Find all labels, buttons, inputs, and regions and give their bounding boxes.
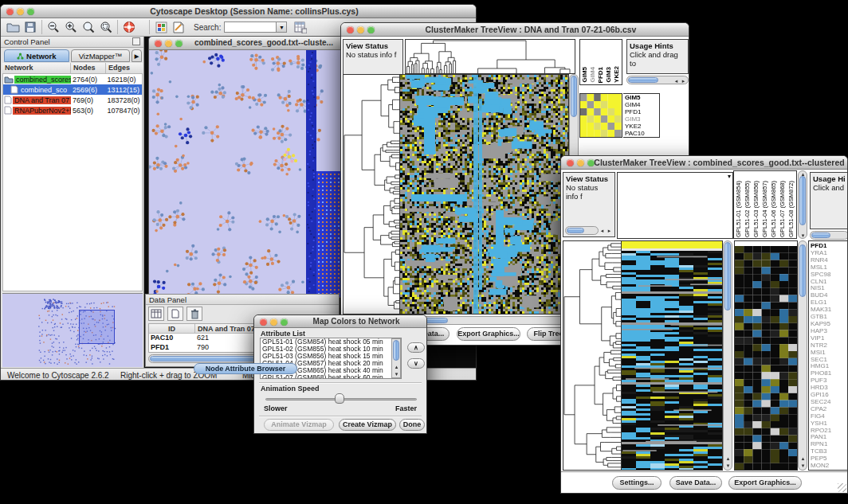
zoom-button[interactable] [367, 26, 375, 33]
done-button[interactable]: Done [399, 419, 425, 431]
correlation-matrix-canvas[interactable] [580, 94, 622, 137]
usage-hscrollbar[interactable]: ◂ ▸ [626, 76, 689, 84]
search-dropdown-arrow[interactable]: ▼ [277, 21, 287, 33]
column-header-id[interactable]: ID [149, 324, 195, 333]
close-button[interactable] [567, 159, 574, 166]
scrollbar-thumb[interactable] [628, 77, 658, 83]
usage-hscrollbar[interactable] [810, 231, 848, 240]
attribute-table-icon[interactable] [292, 19, 309, 35]
zoom-button[interactable] [281, 318, 288, 326]
close-button[interactable] [347, 26, 354, 33]
heatmap-panel[interactable] [621, 240, 723, 471]
close-button[interactable] [6, 8, 14, 15]
detail-vscrollbar[interactable]: ▴ ▾ [798, 240, 807, 471]
column-label[interactable]: PAC10 [621, 63, 622, 83]
network-row-rnapubernov2[interactable]: RNAPuberNov2+! 563(0) 107847(0) [3, 105, 142, 115]
close-button[interactable] [155, 40, 162, 47]
scrollbar-thumb[interactable] [393, 340, 399, 361]
select-attributes-icon[interactable] [148, 307, 164, 321]
attribute-list-item[interactable]: GPL51-07 (GSM868) heat shock 60 min [261, 374, 391, 379]
column-dendrogram-canvas[interactable] [406, 40, 575, 73]
column-label[interactable]: GIM4 [589, 67, 597, 83]
main-titlebar[interactable]: Cytoscape Desktop (Session Name: collins… [1, 5, 476, 18]
column-label[interactable]: GPL51-07 (GSM868) [779, 181, 787, 237]
export-graphics-button[interactable]: Export Graphics... [457, 327, 520, 341]
tree-collapse-icon[interactable]: ▾ [728, 173, 731, 180]
scroll-left-icon[interactable]: ◂ [673, 77, 680, 84]
scroll-down-icon[interactable]: ▾ [393, 370, 400, 377]
gene-label[interactable]: PAC10 [625, 131, 658, 138]
save-button[interactable] [22, 19, 39, 35]
zoom-button[interactable] [175, 40, 183, 47]
tab-node-attribute-browser[interactable]: Node Attribute Browser [194, 363, 297, 374]
network-overview-canvas[interactable] [2, 294, 141, 366]
minimize-button[interactable] [270, 318, 277, 326]
scroll-down-icon[interactable]: ▾ [799, 232, 807, 239]
resize-grip[interactable] [838, 483, 846, 492]
tab-vizmapper[interactable]: VizMapper™ [71, 49, 130, 62]
animate-vizmap-button[interactable]: Animate Vizmap [264, 419, 334, 431]
scroll-up-icon[interactable]: ▴ [799, 455, 807, 462]
row-dendrogram-canvas[interactable] [563, 241, 621, 470]
scroll-down-icon[interactable]: ▾ [799, 462, 807, 469]
scroll-down-icon[interactable]: ▾ [724, 462, 732, 469]
column-label[interactable]: GPL51-02 (GSM855) [744, 181, 752, 237]
scrollbar-thumb[interactable] [811, 232, 830, 238]
scrollbar-thumb[interactable] [724, 242, 731, 311]
column-label[interactable]: GIM3 [605, 67, 613, 83]
scrollbar-thumb[interactable] [571, 76, 577, 117]
network-view-titlebar[interactable]: combined_scores_good.txt--cluste... [149, 37, 344, 50]
zoom-out-icon[interactable] [45, 19, 62, 35]
tab-network[interactable]: Network [4, 49, 69, 62]
scroll-left-icon[interactable]: ◂ [599, 227, 606, 234]
minimize-button[interactable] [17, 8, 24, 15]
heatmap-canvas[interactable] [400, 75, 568, 314]
dialog-titlebar[interactable]: Map Colors to Network [254, 315, 426, 328]
column-dendrogram-panel[interactable]: ▾ [617, 172, 733, 239]
column-label[interactable]: GPL51-04 (GSM857) [761, 181, 769, 237]
delete-attribute-trash-icon[interactable] [186, 307, 202, 321]
scroll-up-icon[interactable]: ▴ [724, 455, 732, 462]
scrollbar-thumb[interactable] [799, 176, 806, 225]
zoom-selected-icon[interactable] [80, 19, 97, 35]
scroll-up-icon[interactable]: ▴ [799, 170, 807, 178]
detail-heatmap-panel[interactable] [734, 240, 798, 471]
settings-button[interactable]: Settings... [612, 476, 662, 490]
open-folder-button[interactable] [4, 19, 22, 35]
list-vscrollbar[interactable]: ▴ ▾ [391, 338, 401, 378]
tab-overflow-button[interactable]: ▶ [132, 49, 142, 62]
heatmap-panel[interactable] [399, 74, 569, 315]
close-button[interactable] [260, 318, 267, 326]
row-dendrogram-panel[interactable] [563, 240, 622, 471]
help-ring-icon[interactable] [120, 19, 138, 35]
column-label[interactable]: GPL51-08 (GSM872) [787, 181, 795, 237]
column-label[interactable]: GIM5 [581, 67, 589, 83]
slider-thumb[interactable] [335, 393, 344, 404]
network-canvas[interactable] [149, 50, 344, 298]
column-header-nodes[interactable]: Nodes [71, 63, 106, 73]
scrollbar-thumb[interactable] [567, 228, 584, 233]
move-up-button[interactable]: ∧ [407, 342, 425, 353]
scrollbar-thumb[interactable] [799, 244, 806, 297]
column-labels-vscrollbar[interactable]: ▴ ▾ [798, 170, 807, 239]
heatmap-canvas[interactable] [622, 241, 722, 470]
row-dendrogram-panel[interactable] [343, 74, 400, 315]
hscrollbar[interactable] [565, 226, 599, 235]
new-attribute-icon[interactable] [167, 307, 183, 321]
zoom-fit-icon[interactable] [97, 19, 115, 35]
scroll-right-icon[interactable]: ▸ [680, 77, 687, 84]
create-vizmap-button[interactable]: Create Vizmap [339, 419, 396, 431]
minimize-button[interactable] [357, 26, 364, 33]
network-row-combined-scores[interactable]: combined_scores 2764(0) 16218(0) [3, 74, 142, 84]
scroll-up-icon[interactable]: ▴ [393, 363, 400, 370]
network-row-dna-tran[interactable]: DNA and Tran 07 769(0) 183728(0) [3, 95, 142, 105]
column-dendrogram-panel[interactable] [405, 39, 575, 74]
vizmapper-icon[interactable] [152, 19, 170, 35]
annotation-icon[interactable] [170, 19, 187, 35]
export-graphics-button[interactable]: Export Graphics... [728, 476, 802, 490]
correlation-matrix-panel[interactable] [579, 93, 622, 138]
column-label[interactable]: PFD1 [597, 67, 605, 83]
row-dendrogram-canvas[interactable] [344, 75, 399, 314]
minimize-button[interactable] [577, 159, 584, 166]
detail-heatmap-canvas[interactable] [735, 246, 797, 470]
